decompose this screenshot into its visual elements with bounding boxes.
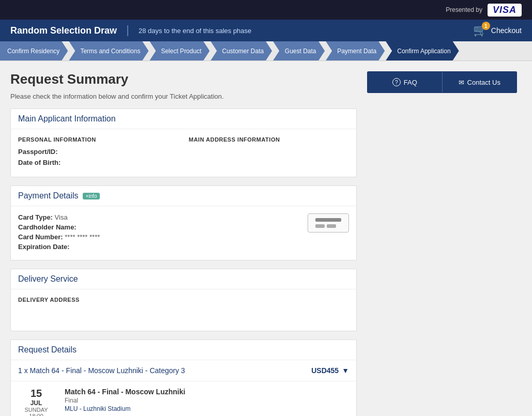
cardholder-label: Cardholder Name: (18, 223, 77, 231)
presented-by-label: Presented by (446, 6, 482, 13)
cart-icon[interactable]: 🛒 1 (473, 24, 487, 37)
contact-label: Contact Us (467, 79, 500, 86)
main-applicant-section: Main Applicant Information PERSONAL INFO… (10, 109, 357, 177)
cardholder-row: Cardholder Name: (18, 223, 100, 231)
checkout-area[interactable]: 🛒 1 Checkout (473, 24, 522, 37)
bc-confirm-residency[interactable]: Confirm Residency (0, 41, 68, 60)
ticket-item-name: 1 x Match 64 - Final - Moscow Luzhniki -… (18, 366, 185, 375)
address-info-col: MAIN ADDRESS INFORMATION (189, 136, 349, 170)
ticket-item-header: 1 x Match 64 - Final - Moscow Luzhniki -… (11, 360, 356, 381)
payment-body: Card Type: Visa Cardholder Name: Card Nu… (18, 213, 349, 253)
payment-info: Card Type: Visa Cardholder Name: Card Nu… (18, 213, 100, 253)
bc-payment-data[interactable]: Payment Data (326, 41, 385, 60)
card-number-label: Card Number: (18, 233, 63, 241)
card-number-value: **** **** **** (65, 233, 100, 241)
ticket-detail-row: 15 JUL SUNDAY 18:00 Match 64 - Final - M… (11, 381, 356, 416)
ticket-venue[interactable]: MLU - Luzhniki Stadium (65, 405, 349, 412)
ticket-date: 15 JUL SUNDAY 18:00 (18, 388, 54, 416)
ticket-price-value: USD455 (311, 366, 339, 375)
ticket-date-day: 15 (18, 388, 54, 399)
visa-logo: VISA (488, 4, 522, 17)
chevron-down-icon: ▼ (342, 366, 349, 375)
bc-confirm-application[interactable]: Confirm Application (386, 41, 459, 60)
main-applicant-title: Main Applicant Information (18, 114, 116, 123)
ticket-date-weekday: SUNDAY (18, 407, 54, 413)
header-left: Random Selection Draw 28 days to the end… (10, 25, 251, 36)
bc-terms-conditions[interactable]: Terms and Conditions (69, 41, 148, 60)
ticket-price-area: USD455 ▼ (311, 366, 349, 375)
top-bar: Presented by VISA (0, 0, 532, 20)
delivery-address-label: DELIVERY ADDRESS (18, 297, 349, 303)
breadcrumb-nav: Confirm Residency Terms and Conditions S… (0, 41, 532, 61)
ticket-date-time: 18:00 (18, 413, 54, 416)
payment-section: Payment Details +info Card Type: Visa Ca… (10, 186, 357, 260)
address-info-title: MAIN ADDRESS INFORMATION (189, 136, 349, 143)
expiry-row: Expiration Date: (18, 243, 100, 251)
passport-row: Passport/ID: (18, 148, 178, 156)
header-bar: Random Selection Draw 28 days to the end… (0, 20, 532, 41)
left-panel: Request Summary Please check the informa… (10, 71, 357, 416)
card-type-row: Card Type: Visa (18, 213, 100, 221)
card-line-top (315, 218, 341, 222)
card-type-value: Visa (55, 213, 68, 221)
expiry-label: Expiration Date: (18, 243, 70, 251)
info-grid: PERSONAL INFORMATION Passport/ID: Date o… (18, 136, 349, 170)
page-subtitle: Please check the information below and c… (10, 93, 357, 100)
ticket-match-name: Match 64 - Final - Moscow Luzhniki (65, 388, 349, 396)
cart-badge: 1 (482, 22, 490, 30)
delivery-section: Delivery Service DELIVERY ADDRESS (10, 269, 357, 331)
phase-text: 28 days to the end of this sales phase (128, 27, 251, 35)
card-icon-area (308, 213, 349, 233)
payment-body-area: Card Type: Visa Cardholder Name: Card Nu… (11, 206, 356, 260)
payment-header: Payment Details +info (11, 186, 356, 206)
card-dot-2 (327, 224, 336, 228)
card-number-row: Card Number: **** **** **** (18, 233, 100, 241)
payment-title-area: Payment Details +info (18, 191, 349, 201)
main-applicant-body: PERSONAL INFORMATION Passport/ID: Date o… (11, 129, 356, 177)
card-graphic (315, 218, 341, 228)
main-content: Request Summary Please check the informa… (0, 61, 532, 416)
ticket-match-info: Match 64 - Final - Moscow Luzhniki Final… (65, 388, 349, 416)
action-buttons: ? FAQ ✉ Contact Us (367, 71, 517, 93)
card-dot-1 (315, 224, 325, 228)
bc-select-product[interactable]: Select Product (149, 41, 209, 60)
delivery-header: Delivery Service (11, 269, 356, 289)
request-details-header: Request Details (11, 340, 356, 360)
bc-guest-data[interactable]: Guest Data (273, 41, 325, 60)
page-title: Request Summary (10, 71, 357, 87)
ticket-match-round: Final (65, 397, 349, 404)
dob-row: Date of Birth: (18, 159, 178, 166)
right-panel: ? FAQ ✉ Contact Us (367, 71, 517, 416)
delivery-title: Delivery Service (18, 274, 78, 283)
card-type-label: Card Type: (18, 213, 53, 221)
envelope-icon: ✉ (459, 79, 464, 86)
contact-us-button[interactable]: ✉ Contact Us (443, 72, 517, 93)
ticket-date-month: JUL (18, 399, 54, 407)
request-details-title: Request Details (18, 345, 77, 354)
personal-info-col: PERSONAL INFORMATION Passport/ID: Date o… (18, 136, 178, 170)
delivery-body: DELIVERY ADDRESS (11, 289, 356, 331)
payment-title: Payment Details (18, 191, 79, 201)
faq-label: FAQ (404, 79, 417, 86)
passport-label: Passport/ID: (18, 148, 58, 156)
payment-info-badge[interactable]: +info (83, 193, 100, 199)
faq-button[interactable]: ? FAQ (368, 72, 443, 93)
request-details-section: Request Details 1 x Match 64 - Final - M… (10, 340, 357, 416)
checkout-label[interactable]: Checkout (491, 26, 522, 35)
dob-label: Date of Birth: (18, 159, 60, 166)
app-title: Random Selection Draw (10, 25, 128, 36)
bc-customer-data[interactable]: Customer Data (210, 41, 272, 60)
faq-icon: ? (392, 78, 401, 86)
main-applicant-header: Main Applicant Information (11, 109, 356, 129)
personal-info-title: PERSONAL INFORMATION (18, 136, 178, 143)
card-line-bot (315, 224, 341, 228)
